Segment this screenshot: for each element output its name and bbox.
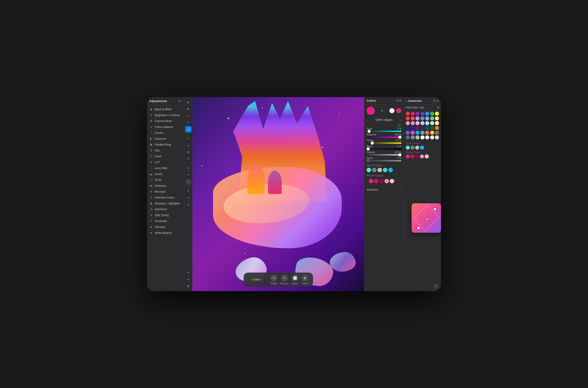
sw-quick-3[interactable] <box>415 146 419 150</box>
swatches-nav-row[interactable]: Swatches › <box>364 187 404 193</box>
sw-recent-1[interactable] <box>406 154 410 158</box>
swatch-40[interactable] <box>430 135 434 140</box>
swatch-7[interactable] <box>406 116 410 121</box>
adj-item-selective-colour[interactable]: ◎ Selective Colour <box>147 195 184 201</box>
aspect-tool-item[interactable]: ⬜ Aspect <box>291 274 299 285</box>
brush-tool[interactable]: ✏ <box>185 119 192 126</box>
qc-silver[interactable] <box>377 168 382 172</box>
swatch-6[interactable] <box>435 112 439 116</box>
pointer-tool[interactable]: ▶ <box>185 106 192 112</box>
swatch-35[interactable] <box>406 135 410 140</box>
cyan-track[interactable] <box>367 131 401 132</box>
adj-item-levels[interactable]: ▬ Levels <box>147 171 184 177</box>
swatch-0[interactable] <box>406 112 410 116</box>
rotate-tool-item[interactable]: ↺ Rotate <box>270 274 278 285</box>
pantone-row[interactable]: PANTONE+ Soli... ⊞ <box>404 105 441 110</box>
swatch-2[interactable] <box>415 112 419 116</box>
adj-item-channel-mixer[interactable]: ⊞ Channel Mixer <box>147 118 184 124</box>
swatches-settings-icon[interactable]: ⊟ <box>436 99 439 102</box>
delete-tool-item[interactable]: 🗑 Delete <box>301 274 308 285</box>
colour-more-icon[interactable]: ⊞ <box>399 99 401 102</box>
undo-tool[interactable]: ↩ <box>185 269 192 276</box>
adj-item-hsl[interactable]: ◔ HSL <box>147 147 184 153</box>
swatch-15[interactable] <box>411 121 415 125</box>
primary-colour-swatch[interactable] <box>367 107 375 115</box>
white-colour-swatch[interactable] <box>389 108 395 113</box>
swatches-back-icon[interactable]: ‹ <box>406 99 407 103</box>
swatch-41[interactable] <box>435 135 439 140</box>
swatch-18[interactable] <box>425 121 429 125</box>
select-tool[interactable]: ▸ <box>185 99 192 105</box>
adj-item-ocio[interactable]: ◯ OCIO <box>147 177 184 183</box>
swatch-12[interactable] <box>430 116 434 121</box>
smudge-tool[interactable]: ⊘ <box>185 195 192 201</box>
active-tool[interactable]: ⊹ <box>185 126 192 132</box>
adj-item-invert[interactable]: ⬛ Invert <box>147 153 184 159</box>
eyedropper-icon[interactable]: ✒ <box>376 109 388 113</box>
cyan-slider-container[interactable] <box>364 130 404 133</box>
yellow-track[interactable] <box>367 142 401 144</box>
swatch-3[interactable] <box>420 112 424 116</box>
adj-item-posterise[interactable]: ▤ Posterise <box>147 183 184 189</box>
swatch-11[interactable] <box>425 116 429 121</box>
adjustments-settings-icon[interactable]: ⊟ <box>177 99 182 103</box>
gradient-node-1[interactable] <box>434 208 436 210</box>
swatch-27[interactable] <box>435 126 439 130</box>
swatch-1[interactable] <box>411 112 415 116</box>
swatch-36[interactable] <box>411 135 415 140</box>
swatch-20[interactable] <box>435 121 439 125</box>
magenta-track[interactable] <box>367 137 401 138</box>
rc-2[interactable] <box>374 179 379 183</box>
swatch-13[interactable] <box>435 116 439 121</box>
gradient-node-3[interactable] <box>417 227 420 229</box>
adj-item-curves[interactable]: ⌇ Curves <box>147 130 184 136</box>
swatch-22[interactable] <box>411 126 415 130</box>
qc-teal[interactable] <box>367 168 371 172</box>
sw-quick-2[interactable] <box>411 146 414 150</box>
sw-quick-4[interactable] <box>420 146 424 150</box>
qc-gray[interactable] <box>372 168 376 172</box>
black-track[interactable] <box>367 148 401 150</box>
gradient-tool[interactable]: ▨ <box>185 149 192 155</box>
swatch-25[interactable] <box>425 126 429 130</box>
noise-track[interactable] <box>367 160 401 161</box>
swatch-30[interactable] <box>415 131 419 135</box>
swatch-21[interactable] <box>406 126 410 130</box>
swatch-23[interactable] <box>415 126 419 130</box>
swatch-31[interactable] <box>420 131 424 135</box>
adj-item-colour-balance[interactable]: ⊙ Colour Balance <box>147 124 184 130</box>
sw-recent-4[interactable] <box>420 154 424 158</box>
eyedropper-tool[interactable]: ✦ <box>185 172 192 178</box>
swatch-29[interactable] <box>411 131 415 135</box>
shape-tool[interactable]: A <box>185 188 192 194</box>
rc-4[interactable] <box>385 179 389 183</box>
rc-1[interactable] <box>369 179 373 183</box>
magenta-slider-container[interactable] <box>364 136 404 139</box>
yellow-slider-container[interactable] <box>364 142 404 145</box>
rc-5[interactable] <box>390 179 394 183</box>
gradient-node-2[interactable] <box>426 218 429 220</box>
swatches-list-icon[interactable]: ☰ <box>433 99 436 102</box>
swatch-4[interactable] <box>425 112 429 116</box>
adj-item-vibrance[interactable]: ◈ Vibrance <box>147 224 184 230</box>
adj-item-shadows-highlights[interactable]: ◑ Shadows / Highlights <box>147 201 184 206</box>
swatch-39[interactable] <box>425 135 429 140</box>
noise-thumb[interactable] <box>367 159 370 162</box>
sw-recent-2[interactable] <box>411 154 414 158</box>
zoom-tool[interactable]: □ <box>185 179 192 185</box>
delete-tool[interactable]: 🗑 <box>185 283 192 289</box>
black-thumb[interactable] <box>367 147 370 150</box>
swatch-16[interactable] <box>415 121 419 125</box>
adj-item-recolour[interactable]: ⊕ Recolour <box>147 189 184 195</box>
swatch-38[interactable] <box>420 135 424 140</box>
text-tool[interactable]: A <box>185 165 192 171</box>
sw-recent-3[interactable] <box>415 154 419 158</box>
swatch-10[interactable] <box>420 116 424 121</box>
eraser-tool[interactable]: ◻ <box>185 135 192 142</box>
swatch-26[interactable] <box>430 126 434 130</box>
colour-settings-icon[interactable]: ⊟ <box>396 99 398 102</box>
swatch-28[interactable] <box>406 131 410 135</box>
adj-item-white-balance[interactable]: ⊛ White Balance <box>147 230 184 236</box>
magenta-thumb[interactable] <box>398 136 401 139</box>
adj-item-black-white[interactable]: ◑ Black & White <box>147 106 184 112</box>
